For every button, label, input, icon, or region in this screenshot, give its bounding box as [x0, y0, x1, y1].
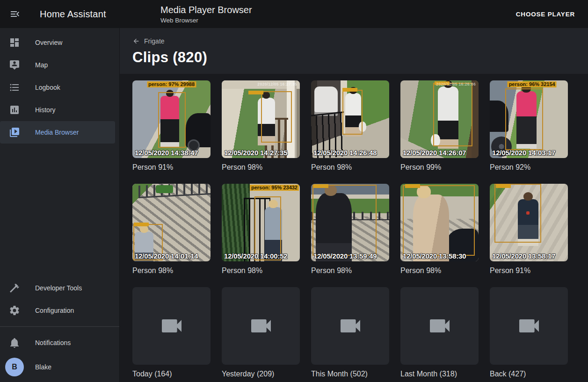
detection-label-chip — [342, 88, 357, 92]
folder-tile-back[interactable]: Back (427) — [490, 287, 568, 379]
panel-subtitle: Web Browser — [160, 16, 252, 25]
detection-label-chip — [248, 91, 263, 94]
clip-caption: Person 98% — [311, 162, 389, 172]
clip-caption: Person 98% — [132, 266, 211, 275]
panel-title: Media Player Browser — [160, 4, 252, 15]
clip-timestamp-overlay: 12/05/2020 14:01:14 — [135, 252, 198, 260]
sidebar-item-history[interactable]: History — [0, 99, 115, 121]
app-title: Home Assistant — [40, 9, 106, 20]
clip-tile[interactable]: 2020/12/05 16:27:35 12/05/2020 14:27:35 … — [222, 80, 300, 172]
clip-thumbnail: 2020/12/05 16:26:06 12/05/2020 14:26:07 — [400, 80, 479, 158]
content-header: Frigate Clips (820) — [120, 28, 588, 74]
detection-bounding-box — [261, 91, 292, 143]
clip-caption: Person 92% — [490, 162, 568, 172]
video-icon — [159, 313, 185, 339]
clip-tile[interactable]: 12/05/2020 14:01:14 Person 98% — [132, 184, 211, 275]
clip-tile[interactable]: 12/05/2020 14:26:48 Person 98% — [311, 80, 389, 172]
clip-thumbnail: 2020/12/05 16:27:35 12/05/2020 14:27:35 — [222, 80, 300, 158]
video-icon — [516, 313, 542, 339]
sidebar-item-notifications[interactable]: Notifications — [0, 332, 115, 354]
clip-tile[interactable]: person: 95% 23432 12/05/2020 14:00:52 Pe… — [222, 184, 300, 275]
sidebar-item-configuration[interactable]: Configuration — [0, 299, 115, 322]
arrow-left-icon — [132, 37, 140, 45]
clip-caption: Person 99% — [400, 162, 479, 172]
sidebar-item-logbook[interactable]: Logbook — [0, 76, 115, 99]
clip-tile[interactable]: person: 96% 32154 12/05/2020 14:03:17 Pe… — [490, 80, 568, 172]
folder-thumbnail — [132, 287, 211, 365]
clip-tile[interactable]: 2020/12/05 16:26:06 12/05/2020 14:26:07 … — [400, 80, 479, 172]
sidebar-item-developer-tools[interactable]: Developer Tools — [0, 277, 115, 299]
folder-caption: Last Month (318) — [400, 369, 479, 379]
detection-bounding-box — [254, 196, 281, 261]
sidebar-divider — [0, 326, 119, 327]
user-name: Blake — [35, 363, 51, 371]
play-box-multiple-icon — [9, 127, 20, 138]
sidebar-user-profile[interactable]: B Blake — [0, 354, 119, 380]
format-list-bulleted-icon — [9, 82, 20, 93]
clip-timestamp-overlay: 12/05/2020 14:38:47 — [135, 149, 198, 157]
detection-label-chip — [134, 223, 149, 226]
media-browser-content[interactable]: person: 97% 29988 12/05/2020 14:38:47 Pe… — [120, 74, 588, 382]
folder-thumbnail — [222, 287, 300, 365]
folder-tile-this-month[interactable]: This Month (502) — [311, 287, 389, 379]
sidebar-nav: Overview Map Logbook History Media Brows… — [0, 31, 119, 144]
detection-bounding-box — [505, 88, 543, 151]
choose-player-button[interactable]: CHOOSE PLAYER — [512, 7, 579, 22]
page-title: Clips (820) — [132, 49, 588, 66]
clip-timestamp-overlay: 12/05/2020 14:27:35 — [224, 149, 288, 157]
sidebar-item-map[interactable]: Map — [0, 54, 115, 76]
clip-thumbnail: 12/05/2020 14:26:48 — [311, 80, 389, 158]
sidebar-toggle-button[interactable] — [4, 3, 26, 25]
detection-bounding-box — [342, 90, 363, 135]
poll-box-icon — [9, 104, 20, 115]
tooltip-account-icon — [9, 59, 20, 71]
clip-caption: Person 91% — [490, 266, 568, 275]
folder-tile-last-month[interactable]: Last Month (318) — [400, 287, 479, 379]
panel-title-block: Media Player Browser Web Browser — [160, 4, 252, 25]
folder-caption: Today (164) — [132, 369, 211, 379]
breadcrumb-label: Frigate — [144, 37, 165, 45]
camera-osd-timestamp: 2020/12/05 16:27:35 — [257, 82, 297, 86]
clip-tile[interactable]: 12/05/2020 13:58:30 Person 98% — [400, 184, 479, 275]
detection-bounding-box — [312, 185, 377, 256]
clip-thumbnail: 12/05/2020 13:59:49 — [311, 184, 389, 261]
sidebar-item-media-browser[interactable]: Media Browser — [0, 121, 115, 144]
detection-bounding-box — [494, 184, 541, 243]
clip-tile[interactable]: 12/05/2020 13:58:17 Person 91% — [490, 184, 568, 275]
clip-timestamp-overlay: 12/05/2020 13:58:30 — [403, 252, 466, 260]
bell-icon — [9, 337, 20, 348]
folder-thumbnail — [490, 287, 568, 365]
clip-thumbnail: 12/05/2020 13:58:30 — [400, 184, 479, 261]
folder-thumbnail — [311, 287, 389, 365]
clip-timestamp-overlay: 12/05/2020 13:58:17 — [492, 252, 556, 260]
sidebar-bottom-section: Developer Tools Configuration Notificati… — [0, 277, 119, 382]
detection-label-chip — [405, 184, 420, 188]
sidebar-item-label: Notifications — [35, 339, 71, 346]
avatar: B — [5, 358, 24, 376]
clip-timestamp-overlay: 12/05/2020 14:26:48 — [313, 149, 377, 157]
menu-open-icon — [9, 8, 21, 20]
detection-label-chip — [496, 184, 511, 188]
breadcrumb-back[interactable]: Frigate — [132, 37, 165, 45]
clip-caption: Person 98% — [311, 266, 389, 275]
folder-tile-yesterday[interactable]: Yesterday (209) — [222, 287, 300, 379]
clip-tile[interactable]: 12/05/2020 13:59:49 Person 98% — [311, 184, 389, 275]
clip-caption: Person 91% — [132, 162, 211, 172]
view-dashboard-icon — [9, 37, 20, 48]
detection-bounding-box — [433, 83, 472, 146]
hammer-icon — [9, 282, 20, 294]
video-icon — [427, 313, 453, 339]
detection-label-chip: person: 96% 32154 — [508, 81, 557, 87]
clip-caption: Person 98% — [400, 266, 479, 275]
sidebar-item-overview[interactable]: Overview — [0, 31, 115, 54]
folder-tile-today[interactable]: Today (164) — [132, 287, 211, 379]
detection-label-chip — [313, 184, 328, 188]
video-icon — [248, 313, 274, 339]
detection-bounding-box — [158, 92, 185, 148]
clip-tile[interactable]: person: 97% 29988 12/05/2020 14:38:47 Pe… — [132, 80, 211, 172]
clip-thumbnail: person: 97% 29988 12/05/2020 14:38:47 — [132, 80, 211, 158]
gear-icon — [9, 305, 20, 316]
top-app-bar: Home Assistant Media Player Browser Web … — [0, 0, 588, 28]
video-icon — [337, 313, 363, 339]
folder-caption: Back (427) — [490, 369, 568, 379]
